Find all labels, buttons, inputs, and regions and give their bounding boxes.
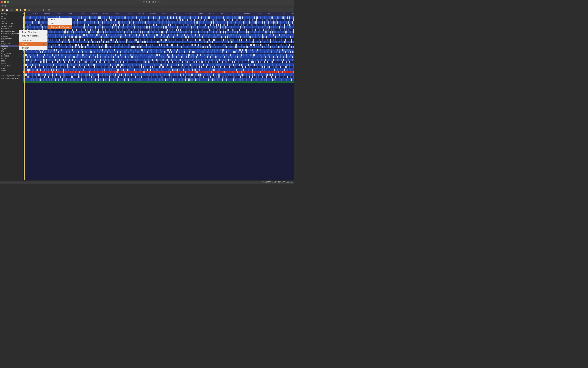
timeline-bar [276,19,277,21]
track-row[interactable] [23,76,294,78]
timeline-bar [111,39,112,41]
track-row[interactable] [23,64,294,66]
ctx-publish[interactable]: Publish [19,46,47,50]
track-row[interactable] [23,71,294,73]
topic-cmd_vel[interactable]: cmd_vel [0,20,23,22]
timeline-bar [109,78,110,81]
track-row[interactable] [23,41,294,44]
settings-button[interactable]: ⚙ [47,8,51,12]
track-row[interactable] [23,58,294,61]
timeline-bar [290,41,290,43]
timeline-bar [187,61,188,63]
ctx-play-all[interactable]: Play All Messages [19,34,47,38]
maximize-button[interactable] [7,1,9,3]
timeline-bar [218,76,219,78]
topic-bias[interactable]: bias [0,15,23,17]
track-row[interactable] [23,46,294,48]
timeline-bar [236,21,236,24]
topic-tf[interactable]: tf [0,72,23,74]
track-row[interactable] [23,36,294,39]
topic-compass_imu[interactable]: compass_imu [0,22,23,25]
timeline-bar [262,69,263,71]
play-button[interactable]: ▶ [19,8,23,12]
timeline-bar [249,74,250,76]
timeline-bar [109,49,110,51]
submenu-plot[interactable]: Plot [48,22,72,25]
goto-start-button[interactable]: ⏮ [10,8,14,12]
track-row[interactable] [23,54,294,56]
timeline-bar [81,31,83,34]
save-button[interactable]: 💾 [5,8,9,12]
ctx-reset-timeline[interactable]: Reset Timeline [19,30,47,34]
topic-current_goal[interactable]: current_goal [0,25,23,27]
timeline-area[interactable]: 0m00s0m15s0m30s0m45s1m00s1m15s1m30s1m45s… [23,12,294,180]
track-row[interactable] [23,61,294,64]
zoom-in-button[interactable]: + [33,8,37,12]
topic-rosout[interactable]: rosout [0,62,23,64]
timeline-bar [104,69,105,71]
timeline-bar [41,26,42,28]
timeline-bar [177,49,178,51]
topic-path[interactable]: path [0,60,23,62]
open-button[interactable]: 📂 [1,8,5,12]
ctx-view[interactable]: View ▶ [19,42,47,46]
timeline-bar [55,46,56,48]
track-row[interactable] [23,78,294,81]
ctx-thumbnail[interactable]: Thumbnail [19,39,47,42]
timeline-bar [203,76,204,78]
topic-top_cam_camera_info[interactable]: top_cam/camera_info [0,74,23,77]
close-button[interactable] [1,1,3,3]
timeline-bar [289,64,290,66]
ruler-mark: 3m30s [185,12,191,14]
timeline-bar [125,74,126,76]
timeline-bar [284,36,285,38]
topic-top_cam_image_raw[interactable]: top_cam/image_raw [0,77,23,79]
track-row[interactable] [23,51,294,54]
topic-rosout_agg[interactable]: rosout_agg [0,64,23,67]
context-menu[interactable]: Reset Timeline Play All Messages Thumbna… [19,30,47,50]
track-row[interactable] [23,44,294,46]
topic-imu[interactable]: imu [0,50,23,52]
topic-battery[interactable]: battery [0,12,23,15]
track-row[interactable] [23,56,294,58]
track-row[interactable] [23,81,294,83]
timeline-bar [282,71,283,73]
topic-imu_biased[interactable]: imu_biased [0,52,23,55]
step-back-button[interactable]: ⏪ [15,8,19,12]
topic-magnetic[interactable]: magnetic [0,55,23,57]
track-row[interactable] [23,66,294,68]
track-row[interactable] [23,39,294,41]
view-submenu[interactable]: Raw Plot Diagnostics Viewer [47,18,72,29]
zoom-fit-button[interactable]: ⊞ [41,8,45,12]
topic-scan[interactable]: scan [0,67,23,69]
timeline-bar [103,64,103,66]
track-row[interactable] [23,68,294,71]
timeline-bar [154,71,155,73]
timeline-bar [237,26,237,28]
track-row[interactable] [23,31,294,34]
minimize-button[interactable] [4,1,6,3]
timeline-bar [38,21,39,24]
submenu-diagnostics-viewer[interactable]: Diagnostics Viewer [48,25,72,29]
topic-bump[interactable]: bump [0,17,23,20]
track-row[interactable] [23,34,294,36]
window-controls[interactable] [1,1,9,3]
timeline-bar [115,34,116,36]
timeline-bar [222,41,223,43]
topic-odom[interactable]: odom [0,57,23,60]
timeline-bar [100,78,101,81]
track-row[interactable] [23,48,294,51]
track-row[interactable] [23,73,294,76]
zoom-out-button[interactable]: − [37,8,41,12]
timeline-bar [137,66,137,68]
timeline-bar [90,54,91,56]
step-forward-button[interactable]: ⏩ [23,8,27,12]
topic-sonar[interactable]: sonar [0,69,23,72]
goto-end-button[interactable]: ⏭ [28,8,31,12]
ruler-mark: 0m45s [56,12,62,14]
submenu-raw[interactable]: Raw [48,18,72,22]
topic-diagnostics[interactable]: diagnostics [0,27,23,30]
menu-bag[interactable]: Bag [1,4,7,7]
timeline-bar [85,17,86,18]
timeline-bar [270,81,271,83]
